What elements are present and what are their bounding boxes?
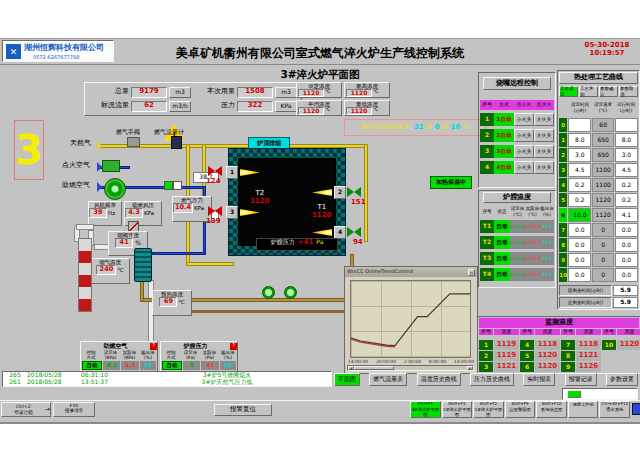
curve-button[interactable]: 参数取消 xyxy=(619,86,638,97)
regulator-actual: 4.3 xyxy=(121,361,138,370)
gas-valve-1[interactable] xyxy=(208,166,222,176)
curve-set-temp[interactable]: 0 xyxy=(592,268,613,282)
alarm-list[interactable]: 265 2018/05/28 06:31:10 3#炉5号烧嘴熄火 261 20… xyxy=(2,371,332,387)
screen-hotkey-button[interactable]: Shift+F2 1#淬火炉平面图 xyxy=(473,401,504,418)
nav-button[interactable]: 压力历史曲线 xyxy=(470,373,514,386)
curve-set-time[interactable]: 0.0 xyxy=(568,253,591,267)
scroll-right-arrow[interactable]: ▸ xyxy=(467,366,473,370)
curve-set-temp[interactable]: 650 xyxy=(592,148,613,162)
burner-mode[interactable]: 4自动 xyxy=(494,161,514,174)
burner-port-2[interactable]: 2 xyxy=(334,186,346,199)
curve-set-temp[interactable]: 0 xyxy=(592,223,613,237)
curve-set-temp[interactable]: 650 xyxy=(592,133,613,147)
curve-set-time[interactable]: 0.2 xyxy=(568,193,591,207)
curve-set-time[interactable]: 0.2 xyxy=(568,178,591,192)
curve-run-time xyxy=(615,118,638,132)
screen-hotkey-button[interactable]: Ctrl+F1 3#淬火炉平面图 xyxy=(410,401,441,418)
nav-button[interactable]: 报警记录 xyxy=(565,373,597,386)
curve-set-time[interactable]: 0.0 xyxy=(568,238,591,252)
combustion-fan-icon[interactable] xyxy=(104,178,126,200)
burner-big-fire-button[interactable]: 大火关 xyxy=(534,145,554,158)
nav-button[interactable]: 参数设置 xyxy=(606,373,638,386)
login-logout-button[interactable]: Ctrl+Z 登录注销 → xyxy=(1,402,51,417)
alarm-reset-button[interactable]: 报警复位 xyxy=(214,404,272,416)
curve-set-time[interactable]: 0.0 xyxy=(568,268,591,282)
chamber-actual: 1119.5 xyxy=(525,268,540,281)
fan-freq-box: 风机频率 39 Hz xyxy=(88,201,122,226)
circulation-pump-1[interactable] xyxy=(262,286,275,299)
nav-button[interactable]: 平面图 xyxy=(334,373,360,386)
regulator-actual: 41 xyxy=(201,361,218,370)
circulation-pump-2[interactable] xyxy=(284,286,297,299)
chamber-output: 62.4 xyxy=(540,268,554,281)
burner-port-1[interactable]: 1 xyxy=(226,166,238,179)
gas-valve-2[interactable] xyxy=(347,187,361,197)
metric-unit: m3 xyxy=(275,87,297,98)
curve-set-temp[interactable]: 1100 xyxy=(592,163,613,177)
burner-port-3[interactable]: 3 xyxy=(226,206,238,219)
alarm-row[interactable]: 261 2018/05/28 13:51:37 3#炉天然气压力低 xyxy=(3,379,331,386)
burner-small-fire-button[interactable]: 小火关 xyxy=(514,129,534,142)
curve-set-temp[interactable]: 0 xyxy=(592,253,613,267)
chamber-state[interactable]: 自动 xyxy=(494,252,510,265)
regulator-mode[interactable]: 自动 xyxy=(82,361,102,370)
burner-big-fire-button[interactable]: 大火关 xyxy=(534,113,554,126)
curve-set-time[interactable]: 10.0 xyxy=(568,208,591,222)
curve-button[interactable]: 工艺设定 xyxy=(559,86,578,97)
curve-set-temp[interactable]: 1100 xyxy=(592,178,613,192)
trend-scrollbar[interactable]: ◂ ▸ xyxy=(347,365,474,371)
alarm-ack-button[interactable] xyxy=(567,390,581,398)
burner-big-fire-button[interactable]: 大火关 xyxy=(534,161,554,174)
curve-set-temp[interactable]: 1120 xyxy=(592,193,613,207)
exit-system-icon[interactable] xyxy=(632,403,640,415)
help-button[interactable]: ? xyxy=(230,343,237,350)
screen-hotkey-button[interactable]: Shift+F3 2#淬火炉平面图 xyxy=(442,401,473,418)
trend-titlebar[interactable]: WinCC OnlineTrendControl ▫ xyxy=(345,267,477,277)
nav-button[interactable]: 实时报表 xyxy=(523,373,555,386)
gas-valve-4[interactable] xyxy=(347,227,361,237)
fan-toggle[interactable] xyxy=(164,181,182,190)
burner-small-fire-button[interactable]: 小火关 xyxy=(514,113,534,126)
curve-set-time[interactable]: 4.5 xyxy=(568,163,591,177)
regulator-mode[interactable]: 自动 xyxy=(162,361,182,370)
chamber-state[interactable]: 自动 xyxy=(494,268,510,281)
curve-set-temp[interactable]: 0 xyxy=(592,238,613,252)
regulator-col-header: 输出值 (%) xyxy=(139,350,157,361)
curve-set-temp[interactable]: 60 xyxy=(592,118,613,132)
curve-set-time[interactable]: 3.0 xyxy=(568,148,591,162)
alarm-mute-button[interactable]: F10 报警消音 xyxy=(53,402,95,417)
burner-mode[interactable]: 3自动 xyxy=(494,145,514,158)
scroll-thumb[interactable] xyxy=(354,366,394,370)
monitor-no: 5 xyxy=(520,351,534,361)
screen-hotkey-button[interactable]: Ctrl+Alt+F12 退出系统 xyxy=(599,401,630,418)
gas-valve-3[interactable] xyxy=(208,206,222,216)
curve-set-time[interactable] xyxy=(568,118,591,132)
curve-set-time[interactable]: 0.0 xyxy=(568,223,591,237)
chamber-state[interactable]: 自动 xyxy=(494,220,510,233)
burner-big-fire-button[interactable]: 大火关 xyxy=(534,129,554,142)
nav-button[interactable]: 燃气流量表 xyxy=(369,373,407,386)
curve-run-time: 0.2 xyxy=(615,193,638,207)
burner-control-title: 烧嘴远程控制 xyxy=(483,77,551,90)
curve-button[interactable]: 工艺复制 xyxy=(579,86,598,97)
heat-exchanger xyxy=(134,248,152,282)
metric-unit: KPa xyxy=(275,101,297,112)
nav-button[interactable]: 温度历史曲线 xyxy=(417,373,461,386)
trend-restore-button[interactable]: ▫ xyxy=(468,269,475,276)
burner-small-fire-button[interactable]: 小火关 xyxy=(514,161,534,174)
burner-mode[interactable]: 2自动 xyxy=(494,129,514,142)
thermocouple-t2: T2 1120 xyxy=(250,190,269,205)
burner-mode[interactable]: 1自动 xyxy=(494,113,514,126)
help-button[interactable]: ? xyxy=(150,343,157,350)
screen-hotkey-button[interactable]: Shift+F9 总报警画面 xyxy=(505,401,536,418)
chamber-state[interactable]: 自动 xyxy=(494,236,510,249)
screen-hotkey-button[interactable]: 调度工控机 xyxy=(568,401,599,418)
ignition-blower-icon[interactable] xyxy=(102,160,120,172)
curve-button[interactable]: 参数确认 xyxy=(599,86,618,97)
screen-hotkey-button[interactable]: Shift+F10 系统状态图 xyxy=(536,401,567,418)
chamber-row: T3 自动 1120.0 1119.8 55.4 xyxy=(480,252,554,265)
burner-small-fire-button[interactable]: 小火关 xyxy=(514,145,534,158)
hand-valve-icon[interactable] xyxy=(127,137,140,147)
curve-set-time[interactable]: 8.0 xyxy=(568,133,591,147)
curve-set-temp[interactable]: 1120 xyxy=(592,208,613,222)
